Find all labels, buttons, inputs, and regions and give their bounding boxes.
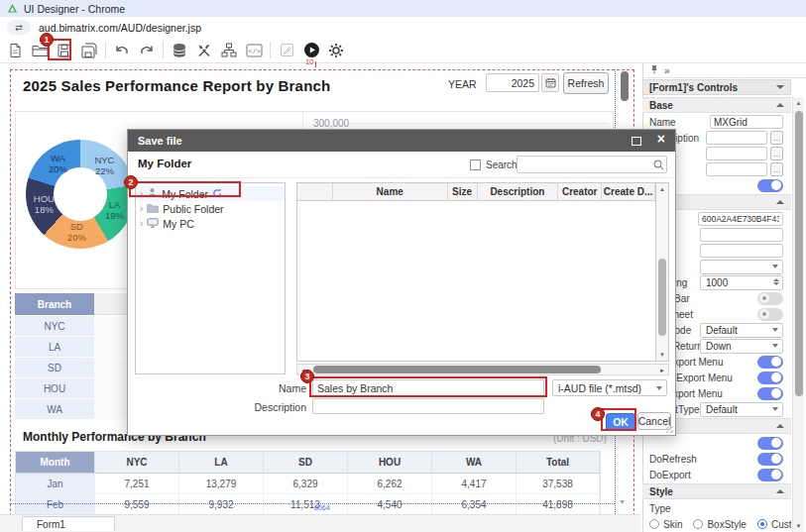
url-text[interactable]: aud.bimatrix.com/AUD/designer.jsp — [39, 22, 201, 34]
save-button[interactable] — [56, 42, 73, 59]
undo-button[interactable] — [113, 42, 131, 59]
radio-circle[interactable] — [649, 519, 659, 529]
toggle-property[interactable] — [757, 179, 783, 192]
select-exporttype[interactable]: Default — [700, 402, 783, 417]
tree-computer-icon — [147, 218, 159, 230]
panel-scrollbar[interactable]: ▲ ▼ — [792, 97, 804, 532]
spinner-up-icon[interactable] — [773, 278, 779, 281]
file-list-col-Name[interactable]: Name — [333, 183, 448, 201]
canvas-scroll-down-icon[interactable]: ▼ — [619, 498, 626, 505]
expand-caret-icon[interactable]: › — [140, 188, 143, 199]
expand-caret-icon[interactable]: › — [140, 218, 143, 229]
expand-caret-icon[interactable]: › — [140, 203, 143, 214]
monthly-row: Jan7,25113,2796,3296,2624,41737,538 — [16, 474, 600, 494]
description-input[interactable] — [312, 398, 544, 414]
file-name-input[interactable] — [312, 379, 544, 396]
vscrollbar-thumb[interactable] — [658, 259, 666, 336]
settings-gear-icon[interactable] — [327, 42, 345, 59]
panel-input-name[interactable] — [710, 115, 783, 129]
panel-input-property[interactable] — [706, 162, 767, 176]
search-input[interactable] — [517, 156, 667, 173]
file-list-hscrollbar[interactable]: ◄ ► — [296, 364, 669, 375]
select-property[interactable] — [700, 260, 783, 274]
redo-button[interactable] — [138, 42, 156, 59]
collapse-panel-button[interactable]: » — [664, 65, 670, 76]
panel-row-name: Name — [642, 115, 791, 129]
monthly-col-SD: SD — [264, 452, 348, 474]
toggle-scrollbar[interactable] — [757, 292, 783, 305]
radio-custom[interactable]: Custom — [757, 519, 791, 530]
spinner-down-icon[interactable] — [773, 282, 779, 285]
panel-input-property[interactable] — [698, 212, 783, 226]
select-editmode[interactable]: Default — [700, 323, 783, 338]
save-all-button[interactable] — [80, 42, 98, 59]
toggle-csvexport-menu[interactable] — [757, 387, 783, 400]
code-view-button[interactable]: </> — [245, 42, 263, 59]
ellipsis-button[interactable]: … — [770, 162, 783, 176]
radio-circle[interactable] — [693, 519, 703, 529]
file-list-vscrollbar[interactable]: ▲ ▼ — [655, 182, 669, 362]
file-list-col-Size[interactable]: Size — [448, 183, 478, 201]
toggle-doexport[interactable] — [757, 469, 783, 481]
refresh-button[interactable]: Refresh — [563, 72, 609, 94]
hscrollbar-thumb[interactable] — [313, 366, 601, 373]
spinner-arrows[interactable] — [773, 278, 779, 285]
spinner-scrolling[interactable]: 1000 — [700, 275, 783, 290]
file-list: NameSizeDescriptionCreatorCreate D... — [296, 182, 655, 362]
ellipsis-button[interactable]: … — [770, 131, 783, 145]
edit-button[interactable] — [278, 42, 295, 59]
close-icon[interactable]: × — [657, 131, 665, 147]
ok-button[interactable]: OK — [606, 413, 635, 431]
dialog-titlebar[interactable]: Save file × — [128, 130, 675, 152]
radio-skin[interactable]: Skin — [649, 519, 682, 530]
tree-item-public-folder[interactable]: ›Public Folder — [136, 201, 285, 216]
file-list-col-Creator[interactable]: Creator — [558, 183, 602, 201]
database-button[interactable] — [171, 42, 188, 59]
year-input[interactable] — [486, 73, 539, 92]
scroll-right-icon[interactable]: ► — [659, 366, 665, 375]
scroll-up-icon[interactable]: ▲ — [793, 97, 804, 109]
panel-section-style[interactable]: Style — [642, 483, 791, 499]
panel-section-base[interactable]: Base — [642, 97, 791, 113]
new-document-button[interactable] — [6, 42, 24, 59]
ellipsis-button[interactable]: … — [770, 147, 783, 160]
file-type-select[interactable]: i-AUD file (*.mtsd) — [552, 379, 667, 396]
search-all-checkbox[interactable] — [470, 160, 481, 170]
scroll-down-icon[interactable]: ▼ — [793, 520, 804, 532]
file-list-col-select[interactable] — [297, 183, 333, 201]
panel-input-property[interactable] — [706, 147, 767, 160]
search-icon[interactable] — [653, 160, 664, 172]
panel-header[interactable]: [Form1]'s Controls — [642, 79, 791, 95]
toggle-dorefresh[interactable] — [757, 453, 783, 466]
toggle-property[interactable] — [757, 437, 783, 450]
hierarchy-button[interactable] — [220, 42, 238, 59]
tree-item-my-folder[interactable]: ›My Folder — [136, 186, 285, 201]
select-enterreturn[interactable]: Down — [700, 339, 783, 354]
site-info-icon[interactable]: ⇄ — [7, 20, 31, 35]
toggle-usesheet[interactable] — [757, 308, 783, 321]
calendar-icon[interactable] — [541, 73, 559, 92]
tools-button[interactable] — [195, 42, 213, 59]
browser-url-bar[interactable]: ⇄ aud.bimatrix.com/AUD/designer.jsp — [0, 17, 806, 39]
radio-boxstyle[interactable]: BoxStyle — [693, 519, 746, 530]
form-tab[interactable]: Form1 — [22, 516, 115, 531]
chevron-down-icon — [656, 386, 662, 390]
file-list-col-Create D...[interactable]: Create D... — [602, 183, 655, 201]
canvas-scrollbar-thumb[interactable] — [621, 71, 629, 101]
panel-input-property[interactable] — [700, 228, 783, 242]
file-list-col-Description[interactable]: Description — [478, 183, 559, 201]
panel-scrollbar-thumb[interactable] — [795, 111, 803, 396]
tree-item-my-pc[interactable]: ›My PC — [136, 216, 285, 231]
radio-circle[interactable] — [757, 519, 767, 529]
panel-input-property[interactable] — [700, 244, 783, 258]
scroll-up-icon[interactable]: ▲ — [656, 183, 668, 195]
refresh-icon[interactable] — [212, 188, 222, 200]
toggle-useexport-menu[interactable] — [757, 356, 783, 369]
panel-input-description[interactable] — [706, 131, 767, 145]
maximize-icon[interactable] — [632, 137, 641, 146]
toggle-excel-export-menu[interactable] — [757, 372, 783, 384]
scroll-down-icon[interactable]: ▼ — [656, 349, 668, 361]
resize-grip[interactable] — [665, 425, 673, 433]
pin-icon[interactable] — [650, 64, 658, 76]
run-button[interactable] — [302, 42, 320, 59]
